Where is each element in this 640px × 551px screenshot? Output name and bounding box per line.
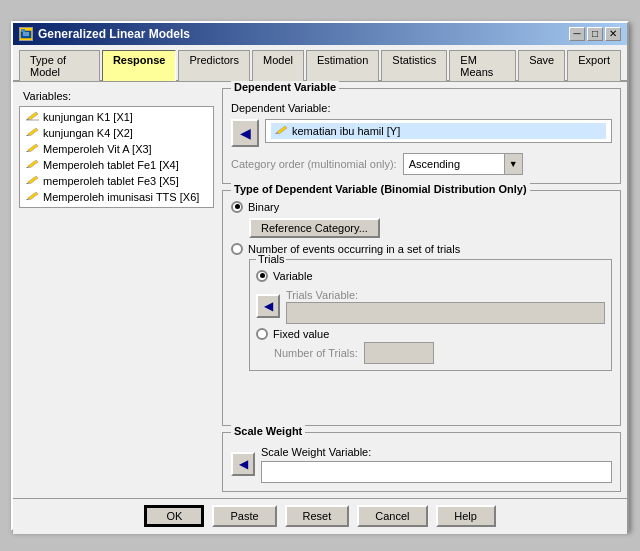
cancel-button[interactable]: Cancel bbox=[357, 505, 427, 527]
category-order-row: Category order (multinomial only): Ascen… bbox=[231, 153, 612, 175]
tab-model[interactable]: Model bbox=[252, 50, 304, 81]
title-buttons: ─ □ ✕ bbox=[569, 27, 621, 41]
variables-label: Variables: bbox=[19, 88, 214, 104]
pencil-icon bbox=[25, 159, 39, 171]
list-item[interactable]: Memperoleh tablet Fe1 [X4] bbox=[22, 157, 211, 173]
trials-title: Trials bbox=[256, 253, 286, 265]
svg-marker-15 bbox=[28, 192, 38, 200]
svg-rect-0 bbox=[21, 31, 31, 38]
variable-list: kunjungan K1 [X1] kunjungan K4 [X2] Memp… bbox=[20, 107, 213, 207]
pencil-icon bbox=[25, 175, 39, 187]
svg-marker-11 bbox=[28, 160, 38, 168]
maximize-button[interactable]: □ bbox=[587, 27, 603, 41]
num-trials-row: Number of Trials: bbox=[274, 342, 605, 364]
ok-button[interactable]: OK bbox=[144, 505, 204, 527]
list-item[interactable]: Memperoleh imunisasi TTS [X6] bbox=[22, 189, 211, 205]
close-button[interactable]: ✕ bbox=[605, 27, 621, 41]
num-trials-input[interactable] bbox=[364, 342, 434, 364]
num-trials-label: Number of Trials: bbox=[274, 347, 358, 359]
dep-var-area: ◀ kematian ibu hamil [Y] bbox=[231, 119, 612, 147]
paste-button[interactable]: Paste bbox=[212, 505, 276, 527]
move-to-dep-var-button[interactable]: ◀ bbox=[231, 119, 259, 147]
type-group-title: Type of Dependent Variable (Binomial Dis… bbox=[231, 183, 530, 195]
title-bar: Generalized Linear Models ─ □ ✕ bbox=[13, 23, 627, 45]
type-of-dep-var-group: Type of Dependent Variable (Binomial Dis… bbox=[222, 190, 621, 426]
minimize-button[interactable]: ─ bbox=[569, 27, 585, 41]
variables-list-container: kunjungan K1 [X1] kunjungan K4 [X2] Memp… bbox=[19, 106, 214, 208]
category-order-label: Category order (multinomial only): bbox=[231, 158, 397, 170]
tab-type-of-model[interactable]: Type of Model bbox=[19, 50, 100, 81]
bottom-button-bar: OK Paste Reset Cancel Help bbox=[13, 498, 627, 534]
tab-predictors[interactable]: Predictors bbox=[178, 50, 250, 81]
dep-var-value-display: kematian ibu hamil [Y] bbox=[271, 123, 606, 139]
variable-name: memperoleh tablet Fe3 [X5] bbox=[43, 175, 179, 187]
main-window: Generalized Linear Models ─ □ ✕ Type of … bbox=[11, 21, 629, 531]
dropdown-arrow-icon[interactable]: ▼ bbox=[504, 154, 522, 174]
dependent-variable-group: Dependent Variable Dependent Variable: ◀… bbox=[222, 88, 621, 184]
binary-label: Binary bbox=[248, 201, 279, 213]
variable-label: Variable bbox=[273, 270, 313, 282]
events-radio-row: Number of events occurring in a set of t… bbox=[231, 243, 612, 255]
binary-radio-row: Binary bbox=[231, 201, 612, 213]
variable-name: kunjungan K1 [X1] bbox=[43, 111, 133, 123]
tab-em-means[interactable]: EM Means bbox=[449, 50, 516, 81]
tab-statistics[interactable]: Statistics bbox=[381, 50, 447, 81]
category-order-value: Ascending bbox=[404, 156, 504, 172]
title-bar-left: Generalized Linear Models bbox=[19, 27, 190, 41]
svg-marker-17 bbox=[277, 126, 287, 134]
trials-group: Trials Variable ◀ Trials Variable: bbox=[249, 259, 612, 371]
pencil-icon bbox=[25, 143, 39, 155]
events-radio[interactable] bbox=[231, 243, 243, 255]
tab-estimation[interactable]: Estimation bbox=[306, 50, 379, 81]
move-to-trials-button[interactable]: ◀ bbox=[256, 294, 280, 318]
category-order-dropdown[interactable]: Ascending ▼ bbox=[403, 153, 523, 175]
trials-variable-label: Trials Variable: bbox=[286, 289, 358, 301]
window-title: Generalized Linear Models bbox=[38, 27, 190, 41]
variable-name: Memperoleh Vit A [X3] bbox=[43, 143, 152, 155]
tab-save[interactable]: Save bbox=[518, 50, 565, 81]
fixed-radio[interactable] bbox=[256, 328, 268, 340]
dep-var-field: kematian ibu hamil [Y] bbox=[265, 119, 612, 143]
binary-radio[interactable] bbox=[231, 201, 243, 213]
tab-response[interactable]: Response bbox=[102, 50, 177, 81]
reference-category-button[interactable]: Reference Category... bbox=[249, 218, 380, 238]
pencil-icon bbox=[275, 125, 288, 136]
variable-name: Memperoleh tablet Fe1 [X4] bbox=[43, 159, 179, 171]
list-item[interactable]: Memperoleh Vit A [X3] bbox=[22, 141, 211, 157]
move-to-scale-button[interactable]: ◀ bbox=[231, 452, 255, 476]
trials-field-area: Trials Variable: bbox=[286, 288, 605, 324]
pencil-icon bbox=[25, 111, 39, 123]
list-item[interactable]: kunjungan K1 [X1] bbox=[22, 109, 211, 125]
reset-button[interactable]: Reset bbox=[285, 505, 350, 527]
dependent-variable-title: Dependent Variable bbox=[231, 81, 339, 93]
list-item[interactable]: kunjungan K4 [X2] bbox=[22, 125, 211, 141]
tab-bar: Type of Model Response Predictors Model … bbox=[13, 45, 627, 82]
main-content: Variables: kunjungan K1 [X1] bbox=[13, 82, 627, 498]
svg-marker-9 bbox=[28, 144, 38, 152]
pencil-icon bbox=[25, 191, 39, 203]
scale-weight-title: Scale Weight bbox=[231, 425, 305, 437]
variable-radio-row: Variable bbox=[256, 270, 605, 282]
tab-export[interactable]: Export bbox=[567, 50, 621, 81]
variable-radio[interactable] bbox=[256, 270, 268, 282]
svg-marker-7 bbox=[28, 128, 38, 136]
trials-variable-area: ◀ Trials Variable: bbox=[256, 288, 605, 324]
scale-weight-label: Scale Weight Variable: bbox=[261, 446, 371, 458]
scale-weight-input[interactable] bbox=[261, 461, 612, 483]
dep-var-value: kematian ibu hamil [Y] bbox=[292, 125, 400, 137]
fixed-radio-row: Fixed value bbox=[256, 328, 605, 340]
fixed-label: Fixed value bbox=[273, 328, 329, 340]
list-item[interactable]: memperoleh tablet Fe3 [X5] bbox=[22, 173, 211, 189]
variable-name: Memperoleh imunisasi TTS [X6] bbox=[43, 191, 199, 203]
help-button[interactable]: Help bbox=[436, 505, 496, 527]
scale-weight-area: ◀ Scale Weight Variable: bbox=[231, 445, 612, 483]
app-icon bbox=[19, 27, 33, 41]
svg-marker-13 bbox=[28, 176, 38, 184]
svg-marker-5 bbox=[28, 112, 38, 120]
variable-name: kunjungan K4 [X2] bbox=[43, 127, 133, 139]
scale-field-area: Scale Weight Variable: bbox=[261, 445, 612, 483]
trials-variable-input[interactable] bbox=[286, 302, 605, 324]
scale-weight-group: Scale Weight ◀ Scale Weight Variable: bbox=[222, 432, 621, 492]
dep-var-label: Dependent Variable: bbox=[231, 102, 330, 114]
pencil-icon bbox=[25, 127, 39, 139]
